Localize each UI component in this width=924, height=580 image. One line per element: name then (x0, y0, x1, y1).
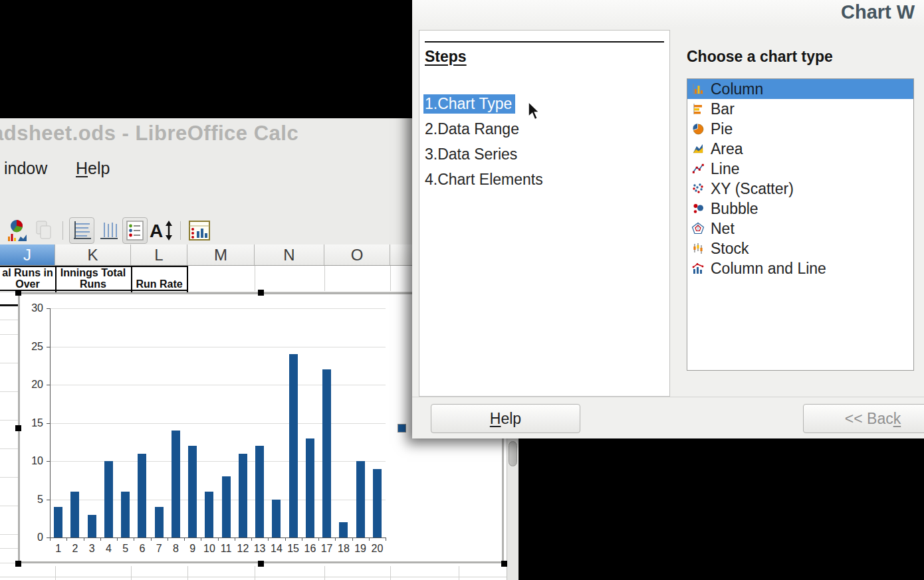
x-axis-tick (302, 537, 302, 541)
x-axis-label: 6 (134, 543, 151, 555)
column-header-O[interactable]: O (324, 244, 390, 266)
pie-chart-icon (691, 122, 705, 136)
y-axis-label: 25 (22, 341, 43, 353)
y-axis-label: 5 (22, 494, 43, 506)
chart-type-label: Bar (711, 100, 735, 118)
cell-L[interactable]: Run Rate (131, 266, 187, 291)
bar-chart-icon (691, 102, 705, 116)
x-axis-tick (218, 537, 219, 541)
column-header-J[interactable]: J (0, 244, 55, 266)
y-axis-label: 20 (22, 379, 43, 391)
sheet-cell-border (0, 304, 18, 306)
x-axis-label: 20 (368, 543, 386, 555)
horizontal-grids-icon[interactable] (69, 217, 94, 244)
chart-type-area[interactable]: Area (687, 139, 913, 159)
chart-selection-handle[interactable] (258, 290, 264, 296)
cell-gridline (324, 266, 325, 291)
chart-bar (70, 492, 79, 537)
y-axis-label: 30 (22, 302, 43, 314)
chart-selection-handle[interactable] (501, 561, 507, 567)
x-axis-tick (335, 537, 336, 541)
x-axis-tick (285, 537, 286, 541)
x-axis-tick (151, 537, 152, 541)
x-axis-label: 8 (167, 543, 184, 555)
chart-selection-handle[interactable] (15, 425, 21, 431)
chart-type-stock[interactable]: Stock (687, 239, 913, 258)
chart-type-label: Line (711, 160, 739, 178)
dialog-separator (412, 397, 924, 397)
menu-item-indow[interactable]: indow (0, 153, 51, 183)
column-header-M[interactable]: M (187, 244, 255, 266)
y-axis-line (50, 308, 51, 537)
toolbar-separator (180, 221, 181, 240)
cell-K[interactable]: Innings TotalRuns (55, 266, 131, 291)
wizard-step-chart-elements[interactable]: 4.Chart Elements (423, 170, 546, 189)
chart-type-column[interactable]: Column (687, 79, 913, 99)
legend-on-off-icon[interactable] (122, 217, 148, 244)
mouse-cursor (527, 101, 544, 125)
x-axis-tick (251, 537, 252, 541)
chart-type-label: Pie (711, 120, 733, 138)
chart-gridline (50, 347, 386, 347)
cell-gridline (255, 266, 255, 291)
chart-selection-handle[interactable] (258, 561, 264, 567)
chart-bar (121, 492, 130, 537)
chart-bar (54, 507, 62, 537)
chart-type-bubble[interactable]: Bubble (687, 199, 913, 219)
steps-panel: Steps 1.Chart Type2.Data Range3.Data Ser… (419, 30, 670, 397)
vertical-scrollbar-thumb[interactable] (509, 441, 517, 466)
x-axis-label: 9 (184, 543, 201, 555)
column-header-K[interactable]: K (55, 244, 131, 266)
chart-type-line[interactable]: Line (687, 159, 913, 179)
chart-bar (373, 469, 382, 538)
bubble-chart-icon (691, 202, 705, 215)
chart-gridline (50, 500, 386, 500)
chart-type-bar[interactable]: Bar (687, 99, 913, 119)
sheet-gridline (324, 566, 325, 580)
x-axis-label: 11 (217, 543, 235, 555)
chart-bar (255, 446, 264, 537)
chart-type-column-and-line[interactable]: Column and Line (687, 258, 913, 278)
chart-type-label: Area (711, 140, 743, 158)
chart-type-net[interactable]: Net (687, 219, 913, 239)
chart-gridline (50, 423, 386, 424)
column-header-N[interactable]: N (255, 244, 324, 266)
cell-J[interactable]: al Runs inOver (0, 266, 55, 291)
chart-bar (155, 507, 164, 537)
sheet-left-column[interactable] (0, 306, 18, 580)
x-axis-label: 3 (83, 543, 100, 555)
x-axis-tick (168, 537, 168, 541)
column-and-line-chart-icon (691, 262, 705, 275)
column-header-L[interactable]: L (131, 244, 187, 266)
chart-type-listbox[interactable]: Column Bar Pie Area Line XY (Scatter) Bu… (687, 78, 914, 371)
data-table-icon[interactable] (187, 217, 212, 244)
x-axis-tick (184, 537, 185, 541)
column-chart-icon (691, 82, 705, 96)
chart-bar (205, 492, 213, 537)
vertical-grids-icon[interactable] (96, 217, 121, 244)
x-axis-tick (100, 537, 101, 541)
wizard-step-data-series[interactable]: 3.Data Series (423, 145, 546, 164)
y-axis-label: 15 (22, 417, 43, 429)
chart-type-pie[interactable]: Pie (687, 119, 913, 139)
x-axis-label: 14 (268, 543, 285, 555)
chart-type-xy-scatter[interactable]: XY (Scatter) (687, 179, 913, 199)
insert-chart-type-icon[interactable] (5, 217, 30, 244)
chart-selection-handle[interactable] (15, 561, 21, 567)
x-axis-label: 16 (301, 543, 318, 555)
help-button[interactable]: Help (431, 404, 580, 433)
sheet-gridline (187, 566, 188, 580)
copy-icon (31, 217, 57, 244)
svg-text:A: A (150, 221, 163, 241)
scale-text-icon[interactable]: A (149, 217, 174, 244)
back-button[interactable]: << Back (803, 404, 924, 433)
menu-item-help[interactable]: Help (72, 153, 114, 183)
x-axis-tick (117, 537, 118, 541)
chart-selection-handle[interactable] (15, 290, 21, 296)
steps-heading: Steps (425, 48, 467, 66)
choose-chart-type-heading: Choose a chart type (687, 48, 833, 66)
chart-bar (88, 515, 96, 538)
x-axis-label: 1 (50, 543, 67, 555)
x-axis-label: 13 (251, 543, 269, 555)
chart-bar (306, 438, 314, 538)
